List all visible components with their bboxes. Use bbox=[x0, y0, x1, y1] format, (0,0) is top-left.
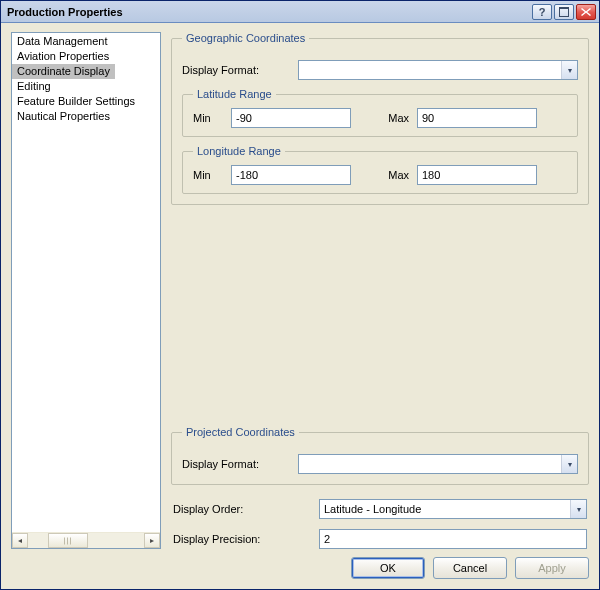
geo-display-format-select[interactable]: ▾ bbox=[298, 60, 578, 80]
display-precision-label: Display Precision: bbox=[173, 533, 313, 545]
display-order-value: Latitude - Longitude bbox=[324, 500, 568, 518]
chevron-down-icon: ▾ bbox=[561, 61, 577, 79]
scroll-thumb[interactable] bbox=[48, 533, 88, 548]
titlebar-controls: ? bbox=[532, 4, 599, 20]
sidebar-item-feature-builder-settings[interactable]: Feature Builder Settings bbox=[12, 94, 160, 109]
display-precision-row: Display Precision: bbox=[171, 529, 589, 549]
apply-button[interactable]: Apply bbox=[515, 557, 589, 579]
display-precision-input[interactable] bbox=[319, 529, 587, 549]
main-panel: Geographic Coordinates Display Format: ▾… bbox=[171, 32, 589, 549]
display-order-label: Display Order: bbox=[173, 503, 313, 515]
display-order-row: Display Order: Latitude - Longitude ▾ bbox=[171, 499, 589, 519]
maximize-button[interactable] bbox=[554, 4, 574, 20]
geo-display-format-value bbox=[303, 61, 559, 79]
projected-coordinates-group: Projected Coordinates Display Format: ▾ bbox=[171, 426, 589, 485]
window-title: Production Properties bbox=[1, 6, 123, 18]
scroll-grip-icon bbox=[64, 537, 73, 544]
scroll-left-button[interactable]: ◂ bbox=[12, 533, 28, 548]
geo-display-format-row: Display Format: ▾ bbox=[182, 60, 578, 80]
help-button[interactable]: ? bbox=[532, 4, 552, 20]
proj-display-format-row: Display Format: ▾ bbox=[182, 454, 578, 474]
titlebar: Production Properties ? bbox=[1, 1, 599, 23]
chevron-down-icon: ▾ bbox=[570, 500, 586, 518]
lon-max-input[interactable] bbox=[417, 165, 537, 185]
scroll-right-button[interactable]: ▸ bbox=[144, 533, 160, 548]
scroll-track[interactable] bbox=[28, 533, 144, 548]
lat-min-label: Min bbox=[193, 112, 223, 124]
proj-display-format-value bbox=[303, 455, 559, 473]
lat-max-input[interactable] bbox=[417, 108, 537, 128]
sidebar-hscrollbar[interactable]: ◂ ▸ bbox=[12, 532, 160, 548]
projected-coordinates-legend: Projected Coordinates bbox=[182, 426, 299, 438]
lon-max-label: Max bbox=[379, 169, 409, 181]
sidebar-item-coordinate-display[interactable]: Coordinate Display bbox=[12, 64, 115, 79]
longitude-range-group: Longitude Range Min Max bbox=[182, 145, 578, 194]
longitude-range-row: Min Max bbox=[193, 165, 567, 185]
longitude-range-legend: Longitude Range bbox=[193, 145, 285, 157]
cancel-button[interactable]: Cancel bbox=[433, 557, 507, 579]
body: Data Management Aviation Properties Coor… bbox=[11, 32, 589, 549]
dialog-buttons: OK Cancel Apply bbox=[11, 549, 589, 579]
proj-display-format-select[interactable]: ▾ bbox=[298, 454, 578, 474]
geographic-coordinates-group: Geographic Coordinates Display Format: ▾… bbox=[171, 32, 589, 205]
latitude-range-group: Latitude Range Min Max bbox=[182, 88, 578, 137]
latitude-range-legend: Latitude Range bbox=[193, 88, 276, 100]
sidebar: Data Management Aviation Properties Coor… bbox=[11, 32, 161, 549]
geographic-coordinates-legend: Geographic Coordinates bbox=[182, 32, 309, 44]
chevron-left-icon: ◂ bbox=[18, 536, 22, 545]
display-order-select[interactable]: Latitude - Longitude ▾ bbox=[319, 499, 587, 519]
sidebar-item-data-management[interactable]: Data Management bbox=[12, 34, 160, 49]
vertical-spacer bbox=[171, 215, 589, 426]
sidebar-item-aviation-properties[interactable]: Aviation Properties bbox=[12, 49, 160, 64]
client-area: Data Management Aviation Properties Coor… bbox=[1, 23, 599, 589]
sidebar-item-editing[interactable]: Editing bbox=[12, 79, 160, 94]
lon-min-input[interactable] bbox=[231, 165, 351, 185]
window: Production Properties ? Data Management bbox=[0, 0, 600, 590]
category-list-items: Data Management Aviation Properties Coor… bbox=[12, 33, 160, 125]
ok-button[interactable]: OK bbox=[351, 557, 425, 579]
chevron-right-icon: ▸ bbox=[150, 536, 154, 545]
sidebar-item-nautical-properties[interactable]: Nautical Properties bbox=[12, 109, 160, 124]
category-list[interactable]: Data Management Aviation Properties Coor… bbox=[11, 32, 161, 549]
close-button[interactable] bbox=[576, 4, 596, 20]
help-icon: ? bbox=[539, 6, 546, 18]
chevron-down-icon: ▾ bbox=[561, 455, 577, 473]
lat-min-input[interactable] bbox=[231, 108, 351, 128]
latitude-range-row: Min Max bbox=[193, 108, 567, 128]
geo-display-format-label: Display Format: bbox=[182, 64, 292, 76]
close-icon bbox=[581, 8, 591, 16]
proj-display-format-label: Display Format: bbox=[182, 458, 292, 470]
lat-max-label: Max bbox=[379, 112, 409, 124]
lon-min-label: Min bbox=[193, 169, 223, 181]
